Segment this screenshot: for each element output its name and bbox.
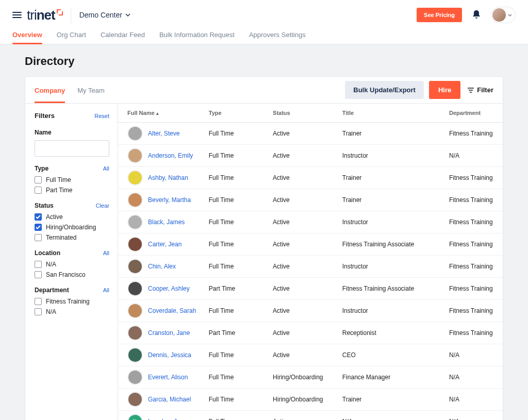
- col-header-title[interactable]: Title: [337, 104, 444, 123]
- table-row[interactable]: Ashby, NathanFull TimeActiveTrainerFitne…: [118, 167, 503, 189]
- cell-status: Hiring/Onboarding: [268, 389, 337, 411]
- table-row[interactable]: Carter, JeanFull TimeActiveFitness Train…: [118, 233, 503, 256]
- cell-type: Part Time: [204, 278, 268, 300]
- table-row[interactable]: Anderson, EmilyFull TimeActiveInstructor…: [118, 145, 503, 167]
- person-name-link[interactable]: Chin, Alex: [148, 263, 176, 270]
- cell-title: Finance Manager: [337, 366, 444, 389]
- cell-status: Active: [268, 123, 337, 145]
- filter-name-input[interactable]: [35, 140, 109, 157]
- person-name-link[interactable]: Anderson, Emily: [148, 152, 193, 159]
- filter-type-link[interactable]: All: [103, 165, 109, 172]
- main-tab-bulk-information-request[interactable]: Bulk Information Request: [159, 31, 235, 44]
- checkbox-icon: [35, 261, 42, 268]
- avatar: [492, 8, 506, 22]
- profile-menu-button[interactable]: [491, 7, 516, 23]
- notifications-button[interactable]: [472, 10, 481, 21]
- filter-option-label: Full Time: [46, 176, 71, 183]
- col-header-type[interactable]: Type: [204, 104, 268, 123]
- brand-logo[interactable]: trinet: [27, 7, 71, 23]
- cell-type: Part Time: [204, 322, 268, 344]
- cell-type: Full Time: [204, 167, 268, 189]
- filter-location-option-n-a[interactable]: N/A: [35, 261, 109, 268]
- person-name-link[interactable]: Dennis, Jessica: [148, 351, 191, 359]
- avatar: [127, 347, 143, 363]
- avatar: [127, 392, 143, 407]
- person-name-link[interactable]: Coverdale, Sarah: [148, 307, 196, 314]
- cell-department: Fitness Training: [444, 233, 503, 256]
- person-name-link[interactable]: Cooper, Ashley: [148, 285, 190, 292]
- table-row[interactable]: Dennis, JessicaFull TimeActiveCEON/A: [118, 344, 503, 366]
- card-tab-company[interactable]: Company: [35, 77, 65, 103]
- table-row[interactable]: Cranston, JanePart TimeActiveReceptionis…: [118, 322, 503, 344]
- avatar: [127, 148, 143, 163]
- table-row[interactable]: Chin, AlexFull TimeActiveInstructorFitne…: [118, 256, 503, 278]
- filter-status-option-active[interactable]: Active: [35, 213, 109, 221]
- main-tab-org-chart[interactable]: Org Chart: [57, 31, 86, 44]
- person-name-link[interactable]: Beverly, Martha: [148, 196, 191, 204]
- see-pricing-button[interactable]: See Pricing: [417, 8, 462, 22]
- table-row[interactable]: Cooper, AshleyPart TimeActiveFitness Tra…: [118, 278, 503, 300]
- filter-toggle-label: Filter: [477, 86, 493, 94]
- checkbox-icon: [35, 224, 42, 231]
- filter-department-link[interactable]: All: [103, 287, 109, 293]
- filter-department-option-fitness-training[interactable]: Fitness Training: [35, 298, 109, 305]
- cell-title: Trainer: [337, 189, 444, 211]
- filter-status-option-terminated[interactable]: Terminated: [35, 234, 109, 241]
- avatar: [127, 126, 143, 141]
- main-tab-approvers-settings[interactable]: Approvers Settings: [249, 31, 306, 44]
- filter-department-label: Department: [35, 287, 69, 294]
- filter-type-option-full-time[interactable]: Full Time: [35, 176, 109, 183]
- cell-status: Active: [268, 322, 337, 344]
- table-row[interactable]: JLLougher, JaneFull TimeActiveN/AN/A: [118, 411, 503, 421]
- hire-button[interactable]: Hire: [429, 81, 460, 99]
- cell-type: Full Time: [204, 344, 268, 366]
- brand-mark-icon: [56, 9, 63, 16]
- demo-center-dropdown[interactable]: Demo Center: [79, 11, 130, 19]
- table-row[interactable]: Alter, SteveFull TimeActiveTrainerFitnes…: [118, 123, 503, 145]
- col-header-full-name[interactable]: Full Name▴: [118, 104, 204, 123]
- cell-status: Active: [268, 344, 337, 366]
- filter-type-option-part-time[interactable]: Part Time: [35, 187, 109, 194]
- person-name-link[interactable]: Ashby, Nathan: [148, 174, 188, 181]
- person-name-link[interactable]: Carter, Jean: [148, 241, 182, 248]
- table-row[interactable]: Coverdale, SarahFull TimeActiveInstructo…: [118, 300, 503, 322]
- avatar: JL: [127, 414, 143, 420]
- filter-status-option-hiring-onboarding[interactable]: Hiring/Onboarding: [35, 224, 109, 231]
- person-name-link[interactable]: Lougher, Jane: [148, 418, 187, 420]
- bulk-update-export-button[interactable]: Bulk Update/Export: [345, 81, 424, 99]
- filter-department-option-n-a[interactable]: N/A: [35, 308, 109, 315]
- cell-type: Full Time: [204, 256, 268, 278]
- cell-department: Fitness Training: [444, 211, 503, 233]
- filter-location-link[interactable]: All: [103, 250, 109, 256]
- table-row[interactable]: Beverly, MarthaFull TimeActiveTrainerFit…: [118, 189, 503, 211]
- avatar: [127, 369, 143, 385]
- person-name-link[interactable]: Alter, Steve: [148, 130, 179, 137]
- person-name-link[interactable]: Everert, Alison: [148, 374, 188, 381]
- table-row[interactable]: Garcia, MichaelFull TimeHiring/Onboardin…: [118, 389, 503, 411]
- col-header-department[interactable]: Department: [444, 104, 503, 123]
- checkbox-icon: [35, 176, 42, 183]
- cell-status: Active: [268, 145, 337, 167]
- person-name-link[interactable]: Garcia, Michael: [148, 396, 191, 403]
- cell-department: N/A: [444, 344, 503, 366]
- main-tab-overview[interactable]: Overview: [12, 31, 42, 44]
- card-tab-my-team[interactable]: My Team: [77, 77, 105, 103]
- col-header-status[interactable]: Status: [268, 104, 337, 123]
- hamburger-menu-button[interactable]: [12, 12, 22, 18]
- table-row[interactable]: Black, JamesFull TimeActiveInstructorFit…: [118, 211, 503, 233]
- table-row[interactable]: Everert, AlisonFull TimeHiring/Onboardin…: [118, 366, 503, 389]
- filters-reset-link[interactable]: Reset: [94, 113, 109, 119]
- main-tab-calendar-feed[interactable]: Calendar Feed: [101, 31, 145, 44]
- filter-location-option-san-francisco[interactable]: San Francisco: [35, 271, 109, 278]
- cell-status: Active: [268, 167, 337, 189]
- top-bar: trinet Demo Center See Pricing: [0, 0, 528, 25]
- cell-status: Active: [268, 278, 337, 300]
- filter-status-link[interactable]: Clear: [96, 203, 109, 209]
- person-name-link[interactable]: Black, James: [148, 219, 185, 226]
- card-toolbar: CompanyMy Team Bulk Update/Export Hire F…: [25, 77, 503, 104]
- avatar: [127, 170, 143, 186]
- filter-toggle-button[interactable]: Filter: [468, 86, 493, 94]
- checkbox-icon: [35, 308, 42, 315]
- cell-department: N/A: [444, 145, 503, 167]
- person-name-link[interactable]: Cranston, Jane: [148, 329, 190, 337]
